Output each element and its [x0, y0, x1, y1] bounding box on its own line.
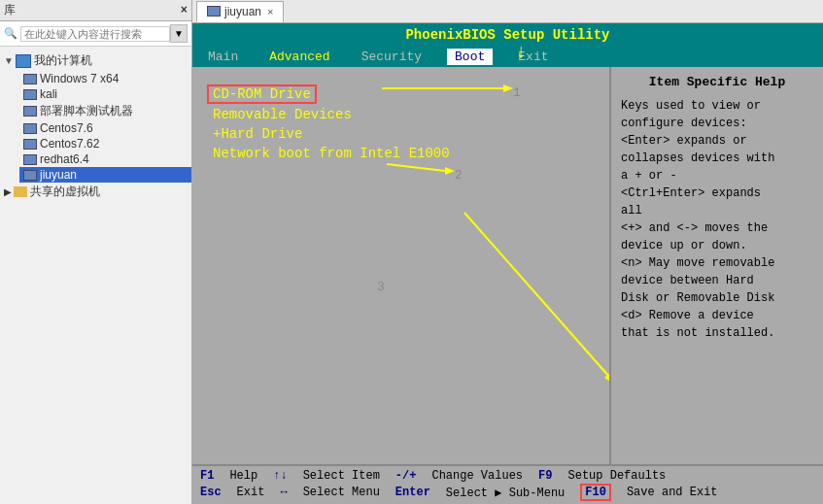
sidebar-close-button[interactable]: ×	[181, 4, 188, 17]
footer-change-values-desc: Change Values	[431, 469, 523, 483]
monitor-icon	[23, 170, 37, 181]
footer-exit-desc: Exit	[237, 486, 265, 499]
sidebar-item-label: 部署脚本测试机器	[40, 103, 133, 119]
bios-menu-advanced[interactable]: Advanced	[263, 49, 335, 65]
sidebar-item-label: redhat6.4	[40, 152, 89, 166]
cdrom-selected-label: CD-ROM Drive	[207, 84, 317, 104]
bios-title: PhoenixBIOS Setup Utility	[192, 23, 823, 47]
footer-select-item-desc: Select Item	[303, 469, 380, 483]
monitor-icon	[23, 123, 37, 134]
sidebar-item-label: jiuyuan	[40, 168, 77, 182]
bios-menu-security[interactable]: Security	[356, 49, 428, 65]
bios-menubar: Main Advanced Security Boot Exit ↓	[192, 47, 823, 67]
sidebar-item-centos762[interactable]: Centos7.62	[19, 136, 191, 151]
tree-root-label: 我的计算机	[34, 52, 92, 69]
tree-root-my-computer[interactable]: ▼ 我的计算机	[0, 50, 191, 71]
tab-close-button[interactable]: ×	[267, 6, 273, 17]
tree-children: Windows 7 x64 kali 部署脚本测试机器 Centos7.6 Ce…	[19, 71, 191, 183]
help-text: Keys used to view or configure devices: …	[621, 97, 813, 342]
sidebar: 库 × 🔍 ▼ ▼ 我的计算机 Windows 7 x64 kali 部署脚本测…	[0, 0, 192, 504]
footer-row2: Esc Exit ↔ Select Menu Enter Select ▶ Su…	[200, 484, 815, 501]
svg-marker-8	[604, 373, 609, 386]
sidebar-tree: ▼ 我的计算机 Windows 7 x64 kali 部署脚本测试机器 Cent…	[0, 47, 191, 504]
search-input[interactable]	[20, 26, 170, 42]
harddrive-label: +Hard Drive	[207, 126, 302, 142]
tree-expand-arrow: ▼	[4, 55, 14, 66]
sidebar-item-label: Centos7.6	[40, 121, 93, 135]
footer-updown-key: ↑↓	[273, 469, 287, 483]
bios-boot-list: CD-ROM Drive Removable Devices +Hard Dri…	[192, 67, 609, 464]
bios-menu-boot[interactable]: Boot	[447, 49, 493, 65]
computer-icon	[16, 54, 31, 68]
monitor-icon	[23, 89, 37, 100]
tab-bar: jiuyuan ×	[192, 0, 823, 23]
removable-label: Removable Devices	[207, 107, 352, 122]
boot-item-harddrive[interactable]: +Hard Drive	[207, 125, 595, 143]
footer-row1: F1 Help ↑↓ Select Item -/+ Change Values…	[200, 469, 815, 483]
sidebar-item-centos76[interactable]: Centos7.6	[19, 120, 191, 136]
sidebar-item-redhat[interactable]: redhat6.4	[19, 151, 191, 167]
footer-f1-key: F1	[200, 469, 214, 483]
footer-leftright-key: ↔	[280, 486, 287, 499]
bios-menu-main[interactable]: Main	[202, 49, 244, 65]
boot-item-removable[interactable]: Removable Devices	[207, 106, 595, 123]
folder-icon	[14, 186, 27, 197]
sidebar-title-label: 库	[4, 2, 16, 18]
boot-item-cdrom[interactable]: CD-ROM Drive	[207, 84, 595, 104]
footer-plusminus-key: -/+	[395, 469, 417, 483]
sidebar-titlebar: 库 ×	[0, 0, 191, 21]
footer-rows: F1 Help ↑↓ Select Item -/+ Change Values…	[200, 469, 815, 501]
sidebar-item-label: Centos7.62	[40, 137, 99, 151]
sidebar-item-deploy[interactable]: 部署脚本测试机器	[19, 102, 191, 120]
sidebar-item-label: kali	[40, 87, 57, 101]
bios-footer: F1 Help ↑↓ Select Item -/+ Change Values…	[192, 464, 823, 504]
monitor-icon	[23, 106, 37, 117]
footer-save-exit-desc: Save and Exit	[627, 486, 718, 499]
footer-enter-key: Enter	[395, 486, 430, 499]
svg-line-7	[464, 213, 609, 378]
sidebar-item-win7[interactable]: Windows 7 x64	[19, 71, 191, 86]
boot-items-container: CD-ROM Drive Removable Devices +Hard Dri…	[207, 84, 595, 162]
tab-icon	[207, 6, 221, 17]
footer-f9-key: F9	[538, 469, 552, 483]
footer-select-menu-desc: Select Menu	[303, 486, 380, 499]
monitor-icon	[23, 139, 37, 150]
sidebar-item-label: Windows 7 x64	[40, 72, 119, 85]
bios-window: PhoenixBIOS Setup Utility Main Advanced …	[192, 23, 823, 504]
svg-line-5	[387, 164, 445, 171]
footer-help-desc: Help	[229, 469, 257, 483]
bios-menu-exit[interactable]: Exit	[512, 49, 554, 65]
footer-submenu-desc: Select ▶ Sub-Menu	[446, 486, 565, 500]
svg-text:2: 2	[455, 168, 463, 183]
sidebar-item-jiuyuan[interactable]: jiuyuan	[19, 167, 191, 183]
boot-item-network[interactable]: Network boot from Intel E1000	[207, 145, 595, 162]
tree-shared-label: 共享的虚拟机	[30, 184, 100, 200]
sidebar-item-kali[interactable]: kali	[19, 86, 191, 102]
tab-label: jiuyuan	[224, 5, 261, 18]
monitor-icon	[23, 154, 37, 165]
footer-setup-defaults-desc: Setup Defaults	[567, 469, 666, 483]
svg-marker-6	[445, 167, 455, 175]
main-area: jiuyuan × PhoenixBIOS Setup Utility Main…	[192, 0, 823, 504]
tree-shared-vms[interactable]: ▶ 共享的虚拟机	[0, 183, 191, 201]
search-dropdown-button[interactable]: ▼	[170, 24, 188, 43]
tree-group-arrow: ▶	[4, 186, 12, 197]
monitor-icon	[23, 74, 37, 84]
help-title: Item Specific Help	[621, 75, 813, 89]
network-label: Network boot from Intel E1000	[207, 146, 450, 161]
bios-content: CD-ROM Drive Removable Devices +Hard Dri…	[192, 67, 823, 464]
svg-text:3: 3	[377, 280, 385, 294]
bios-help-panel: Item Specific Help Keys used to view or …	[609, 67, 823, 464]
sidebar-search-bar: 🔍 ▼	[0, 21, 191, 47]
footer-f10-key: F10	[580, 484, 611, 501]
footer-esc-key: Esc	[200, 486, 222, 499]
tab-jiuyuan[interactable]: jiuyuan ×	[196, 1, 284, 22]
